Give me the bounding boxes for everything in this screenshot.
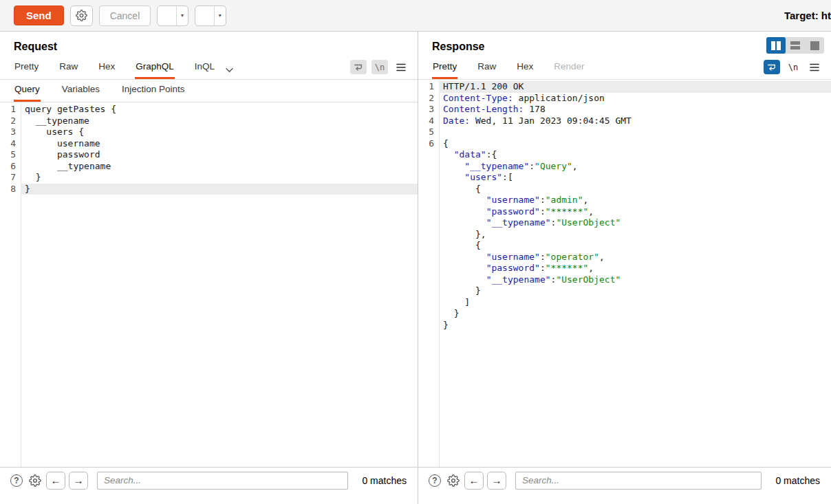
request-tab-graphql[interactable]: GraphQL: [135, 58, 175, 79]
code-text: "__typename":"Query",: [439, 161, 831, 173]
send-settings-button[interactable]: [70, 6, 93, 26]
response-tab-pretty[interactable]: Pretty: [432, 58, 457, 79]
line-number: 4: [418, 116, 439, 127]
target-label: Target: ht: [784, 10, 831, 21]
search-prev-button[interactable]: ←: [46, 472, 65, 490]
response-match-count: 0 matches: [775, 475, 820, 486]
back-dropdown-caret[interactable]: ▾: [176, 6, 188, 25]
request-search-input[interactable]: [97, 472, 348, 490]
request-match-count: 0 matches: [362, 475, 407, 486]
line-number: 8: [0, 184, 21, 195]
inql-dropdown-chevron-icon[interactable]: [226, 67, 233, 79]
code-text: HTTP/1.1 200 OK: [439, 81, 831, 93]
response-tabs-row: PrettyRawHexRender \n: [418, 53, 831, 80]
line-number: 6: [0, 161, 21, 173]
rows-layout-icon: [790, 41, 800, 50]
soft-wrap-icon[interactable]: [350, 60, 367, 74]
line-number: 3: [418, 104, 439, 116]
code-text: {: [439, 138, 831, 150]
editor-line: "username":"admin",: [418, 195, 831, 206]
line-number: [418, 240, 439, 252]
nonprinting-chars-icon[interactable]: \n: [371, 60, 388, 74]
search-help-icon[interactable]: ?: [427, 473, 442, 488]
editor-menu-icon[interactable]: [806, 60, 823, 74]
line-number: 6: [418, 138, 439, 150]
send-button[interactable]: Send: [14, 6, 64, 25]
code-text: }: [439, 285, 831, 297]
editor-line: 6{: [418, 138, 831, 150]
back-history-button[interactable]: < ▾: [157, 6, 188, 26]
editor-line: 8}: [0, 184, 418, 195]
line-number: [418, 252, 439, 263]
layout-single-button[interactable]: [805, 37, 824, 54]
line-number: [418, 308, 439, 320]
line-number: 1: [0, 104, 21, 116]
editor-line: "password":"******",: [418, 206, 831, 218]
forward-dropdown-caret[interactable]: ▾: [214, 6, 226, 25]
editor-line: "users":[: [418, 172, 831, 184]
line-number: [418, 229, 439, 241]
response-tab-render[interactable]: Render: [553, 58, 585, 79]
line-number: 5: [0, 149, 21, 161]
line-number: [418, 184, 439, 195]
search-next-button[interactable]: →: [69, 472, 88, 490]
code-text: },: [439, 229, 831, 241]
editor-line: "__typename":"UserObject": [418, 274, 831, 286]
soft-wrap-icon[interactable]: [764, 60, 780, 74]
line-number: 7: [0, 172, 21, 184]
request-tab-raw[interactable]: Raw: [58, 58, 78, 79]
response-tab-raw[interactable]: Raw: [477, 58, 497, 79]
cancel-button[interactable]: Cancel: [99, 6, 151, 26]
editor-line: {: [418, 184, 831, 195]
code-text: password: [21, 149, 418, 161]
response-search-bar: ? ← → 0 matches: [418, 467, 831, 493]
search-prev-button[interactable]: ←: [464, 472, 484, 490]
response-editor[interactable]: 1HTTP/1.1 200 OK2Content-Type: applicati…: [418, 80, 831, 467]
search-next-button[interactable]: →: [487, 472, 506, 490]
forward-history-button[interactable]: > ▾: [195, 6, 226, 26]
forward-arrow-label[interactable]: >: [195, 6, 214, 26]
response-tab-hex[interactable]: Hex: [516, 58, 534, 79]
request-subtab-query[interactable]: Query: [14, 81, 41, 102]
request-subtabs-row: QueryVariablesInjection Points: [0, 80, 418, 102]
line-number: [418, 320, 439, 331]
editor-line: }: [418, 308, 831, 320]
editor-line: 3 users {: [0, 127, 418, 138]
search-settings-icon[interactable]: [446, 473, 461, 488]
single-layout-icon: [810, 41, 819, 50]
code-text: }: [21, 184, 418, 195]
code-text: Content-Length: 178: [439, 104, 831, 116]
request-tab-inql[interactable]: InQL: [194, 58, 215, 79]
request-tab-pretty[interactable]: Pretty: [14, 58, 39, 79]
code-text: query getPastes {: [21, 104, 418, 116]
request-editor[interactable]: 1query getPastes {2 __typename3 users {4…: [0, 102, 418, 467]
layout-columns-button[interactable]: [766, 37, 786, 54]
search-help-icon[interactable]: ?: [9, 473, 24, 488]
repeater-toolbar: Send Cancel < ▾ > ▾ Target: ht: [0, 0, 831, 32]
layout-rows-button[interactable]: [786, 37, 805, 54]
code-text: }: [439, 308, 831, 320]
line-number: 2: [0, 116, 21, 127]
search-settings-icon[interactable]: [28, 473, 43, 488]
editor-line: 4 username: [0, 138, 418, 150]
line-number: 1: [418, 81, 439, 93]
layout-toggle-group: [766, 37, 824, 54]
editor-menu-icon[interactable]: [393, 60, 409, 74]
code-text: Date: Wed, 11 Jan 2023 09:04:45 GMT: [439, 116, 831, 127]
code-text: }: [21, 172, 418, 184]
request-tab-hex[interactable]: Hex: [98, 58, 116, 79]
code-text: {: [439, 184, 831, 195]
code-text: "users":[: [439, 172, 831, 184]
request-subtab-variables[interactable]: Variables: [61, 81, 100, 102]
editor-line: 5 password: [0, 149, 418, 161]
request-panel: Request PrettyRawHexGraphQLInQL \n Query…: [0, 32, 418, 504]
back-arrow-label[interactable]: <: [158, 6, 176, 26]
line-number: [418, 217, 439, 229]
code-text: ]: [439, 297, 831, 309]
response-search-input[interactable]: [515, 472, 762, 490]
nonprinting-chars-icon[interactable]: \n: [785, 60, 801, 74]
code-text: [439, 127, 831, 138]
request-subtab-injection-points[interactable]: Injection Points: [121, 81, 186, 102]
code-text: "__typename":"UserObject": [439, 274, 831, 286]
code-text: "username":"admin",: [439, 195, 831, 206]
